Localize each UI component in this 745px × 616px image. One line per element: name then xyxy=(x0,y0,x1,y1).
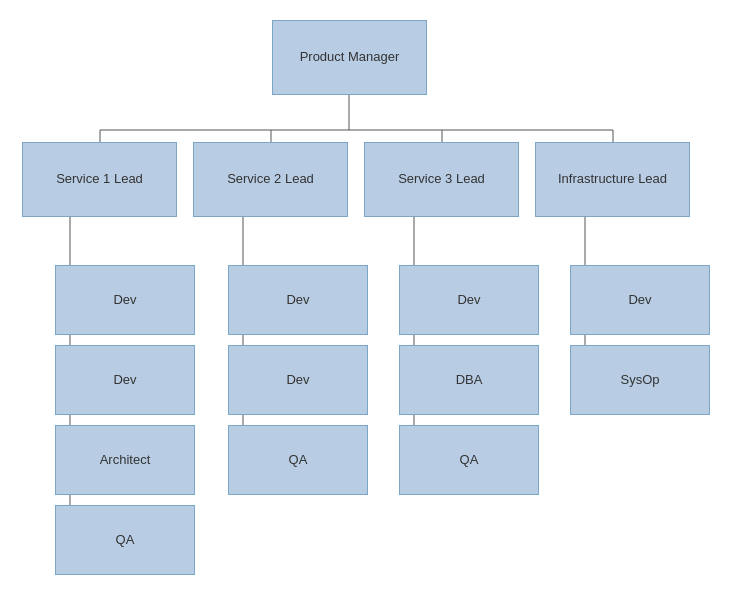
node-s2-dev2: Dev xyxy=(228,345,368,415)
node-s2-qa: QA xyxy=(228,425,368,495)
node-service1-lead: Service 1 Lead xyxy=(22,142,177,217)
node-service3-lead: Service 3 Lead xyxy=(364,142,519,217)
node-infra-dev: Dev xyxy=(570,265,710,335)
node-s1-arch: Architect xyxy=(55,425,195,495)
node-s3-dba: DBA xyxy=(399,345,539,415)
node-s3-qa: QA xyxy=(399,425,539,495)
node-product-manager: Product Manager xyxy=(272,20,427,95)
node-s1-dev2: Dev xyxy=(55,345,195,415)
node-infra-lead: Infrastructure Lead xyxy=(535,142,690,217)
node-s1-dev1: Dev xyxy=(55,265,195,335)
node-infra-sysop: SysOp xyxy=(570,345,710,415)
org-chart: Product Manager Service 1 Lead Service 2… xyxy=(0,0,745,616)
node-service2-lead: Service 2 Lead xyxy=(193,142,348,217)
node-s2-dev1: Dev xyxy=(228,265,368,335)
node-s1-qa: QA xyxy=(55,505,195,575)
node-s3-dev1: Dev xyxy=(399,265,539,335)
